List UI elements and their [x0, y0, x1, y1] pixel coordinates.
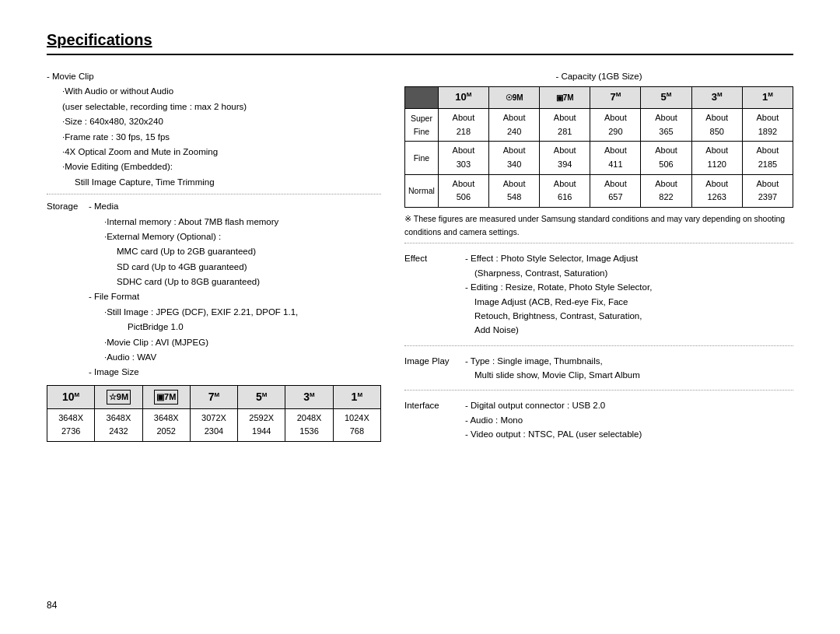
file-still: ·Still Image : JPEG (DCF), EXIF 2.21, DP… [89, 305, 381, 319]
cap-sf-7m: About290 [590, 109, 641, 142]
effect-line2: (Sharpness, Contrast, Saturation) [465, 266, 652, 280]
cap-f-9m: About340 [489, 142, 540, 174]
image-size-label: - Image Size [89, 365, 381, 379]
image-play-line2: Multi slide show, Movie Clip, Smart Albu… [465, 368, 640, 382]
storage-internal: ·Internal memory : About 7MB flash memor… [89, 215, 381, 229]
page-title: Specifications [47, 31, 793, 55]
size-header-7m: 7M [190, 385, 237, 408]
cap-f-5m: About506 [641, 142, 691, 174]
size-header-5m: 5M [238, 385, 285, 408]
cap-header-3m: 3M [691, 87, 742, 109]
image-size-table: 10M ☆9M ▣7M 7M 5M 3M 1M 3648X2736 3648X2… [47, 385, 381, 442]
cap-f-7m: About411 [590, 142, 641, 174]
right-column: - Capacity (1GB Size) 10M ☉9M ▣7M 7M 5M … [404, 69, 793, 448]
storage-external: ·External Memory (Optional) : [89, 229, 381, 243]
size-header-9m: ☆9M [95, 385, 142, 408]
size-header-10m: 10M [47, 385, 95, 408]
movie-clip-framerate: ·Frame rate : 30 fps, 15 fps [47, 130, 381, 144]
file-pictbridge: PictBridge 1.0 [89, 320, 381, 334]
cap-f-10m: About303 [438, 142, 488, 174]
cap-n-7m: About657 [590, 174, 641, 207]
table-row: Normal About506 About548 About616 About6… [405, 174, 793, 207]
cap-f-7m-box: About394 [540, 142, 590, 174]
diag-header [405, 87, 439, 109]
image-play-line1: - Type : Single image, Thumbnails, [465, 354, 640, 368]
cap-sf-5m: About365 [641, 109, 691, 142]
file-audio: ·Audio : WAV [89, 350, 381, 364]
interface-line1: - Digital output connector : USB 2.0 [465, 398, 642, 412]
cap-header-1m: 1M [742, 87, 793, 109]
storage-sd: SD card (Up to 4GB guaranteed) [89, 260, 381, 274]
movie-clip-label: - Movie Clip [47, 69, 381, 83]
cap-f-1m: About2185 [742, 142, 793, 174]
file-format-label: - File Format [89, 289, 381, 303]
effect-line6: Add Noise) [465, 323, 652, 337]
cap-header-7m: 7M [590, 87, 641, 109]
interface-content: - Digital output connector : USB 2.0 - A… [465, 398, 642, 441]
capacity-note: ※ These figures are measured under Samsu… [404, 212, 793, 239]
effect-content: - Effect : Photo Style Selector, Image A… [465, 251, 652, 337]
left-column: - Movie Clip ·With Audio or without Audi… [47, 69, 381, 448]
size-header-1m: 1M [333, 385, 380, 408]
storage-label: Storage [47, 199, 86, 380]
cap-header-7m-box: ▣7M [540, 87, 590, 109]
table-row: SuperFine About218 About240 About281 Abo… [405, 109, 793, 142]
movie-clip-editing-detail: Still Image Capture, Time Trimming [47, 175, 381, 189]
movie-clip-editing: ·Movie Editing (Embedded): [47, 159, 381, 173]
effect-line1: - Effect : Photo Style Selector, Image A… [465, 251, 652, 265]
cap-n-1m: About2397 [742, 174, 793, 207]
cap-n-3m: About1263 [691, 174, 742, 207]
cap-n-5m: About822 [641, 174, 691, 207]
table-row: 3648X2736 3648X2432 3648X2052 3072X2304 … [47, 408, 381, 441]
movie-clip-audio: ·With Audio or without Audio [47, 84, 381, 98]
capacity-table: 10M ☉9M ▣7M 7M 5M 3M 1M SuperFine About2… [404, 86, 793, 207]
interface-line2: - Audio : Mono [465, 413, 642, 427]
cap-sf-10m: About218 [438, 109, 488, 142]
cap-header-9m: ☉9M [489, 87, 540, 109]
size-5m: 2592X1944 [238, 408, 285, 441]
effect-line3: - Editing : Resize, Rotate, Photo Style … [465, 280, 652, 294]
cap-f-3m: About1120 [691, 142, 742, 174]
page-number: 84 [47, 600, 57, 611]
cap-header-5m: 5M [641, 87, 691, 109]
size-header-3m: 3M [285, 385, 333, 408]
cap-n-7m-box: About616 [540, 174, 590, 207]
storage-media: - Media [89, 199, 381, 213]
table-row: Fine About303 About340 About394 About411… [405, 142, 793, 174]
movie-clip-zoom: ·4X Optical Zoom and Mute in Zooming [47, 145, 381, 159]
cap-sf-3m: About850 [691, 109, 742, 142]
cap-sf-9m: About240 [489, 109, 540, 142]
effect-line4: Image Adjust (ACB, Red-eye Fix, Face [465, 295, 652, 309]
size-7m: 3072X2304 [190, 408, 237, 441]
size-1m: 1024X768 [333, 408, 380, 441]
row-fine: Fine [405, 142, 439, 174]
storage-mmc: MMC card (Up to 2GB guaranteed) [89, 244, 381, 258]
storage-sdhc: SDHC card (Up to 8GB guaranteed) [89, 275, 381, 289]
movie-clip-size: ·Size : 640x480, 320x240 [47, 114, 381, 128]
size-3m: 2048X1536 [285, 408, 333, 441]
capacity-label: - Capacity (1GB Size) [404, 69, 793, 83]
row-super-fine: SuperFine [405, 109, 439, 142]
row-normal: Normal [405, 174, 439, 207]
movie-clip-selectable: (user selectable, recording time : max 2… [47, 100, 381, 114]
cap-n-10m: About506 [438, 174, 488, 207]
cap-sf-7m-box: About281 [540, 109, 590, 142]
interface-label: Interface [404, 398, 459, 441]
cap-header-10m: 10M [438, 87, 488, 109]
file-movie: ·Movie Clip : AVI (MJPEG) [89, 335, 381, 349]
image-play-content: - Type : Single image, Thumbnails, Multi… [465, 354, 640, 383]
size-header-7m-box: ▣7M [142, 385, 190, 408]
interface-line3: - Video output : NTSC, PAL (user selecta… [465, 427, 642, 441]
image-play-label: Image Play [404, 354, 459, 383]
cap-n-9m: About548 [489, 174, 540, 207]
size-7m-box: 3648X2052 [142, 408, 190, 441]
size-10m: 3648X2736 [47, 408, 95, 441]
effect-line5: Retouch, Brightness, Contrast, Saturatio… [465, 309, 652, 323]
effect-label: Effect [404, 251, 459, 337]
cap-sf-1m: About1892 [742, 109, 793, 142]
size-9m: 3648X2432 [95, 408, 142, 441]
